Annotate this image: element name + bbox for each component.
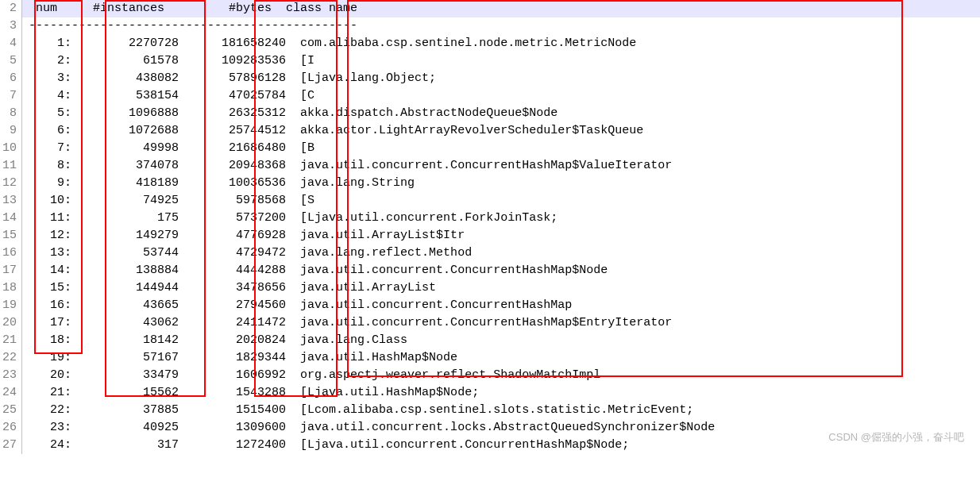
cell-bytes: 109283536 — [179, 54, 286, 67]
table-row: 7: 49998 21686480 [B — [22, 140, 980, 157]
cell-num: 3: — [29, 71, 71, 85]
cell-instances: 74925 — [71, 194, 179, 207]
cell-num: 13: — [29, 246, 71, 260]
code-line: num #instances #bytes class name — [22, 0, 980, 17]
cell-num: 7: — [29, 141, 71, 155]
line-number: 4 — [2, 35, 17, 52]
cell-instances: 374078 — [71, 159, 179, 172]
line-number: 16 — [2, 244, 17, 262]
cell-instances: 43062 — [71, 316, 179, 329]
line-number: 8 — [2, 105, 17, 122]
cell-classname: [Ljava.lang.Object; — [300, 71, 436, 85]
line-number: 21 — [2, 332, 17, 349]
cell-bytes: 47025784 — [179, 89, 286, 102]
table-row: 17: 43062 2411472 java.util.concurrent.C… — [22, 314, 980, 332]
table-row: 10: 74925 5978568 [S — [22, 192, 980, 210]
table-row: 9: 418189 10036536 java.lang.String — [22, 175, 980, 192]
cell-classname: java.util.HashMap$Node — [300, 351, 457, 364]
cell-bytes: 20948368 — [179, 159, 286, 172]
code-editor: 2345678910111213141516171819202122232425… — [0, 0, 980, 454]
cell-num: 16: — [29, 298, 71, 312]
cell-classname: java.lang.Class — [300, 333, 407, 347]
cell-num: 6: — [29, 124, 71, 137]
cell-instances: 49998 — [71, 141, 179, 155]
cell-classname: akka.actor.LightArrayRevolverScheduler$T… — [300, 124, 643, 137]
code-content: num #instances #bytes class name--------… — [22, 0, 980, 454]
table-row: 23: 40925 1309600 java.util.concurrent.l… — [22, 419, 980, 437]
table-row: 8: 374078 20948368 java.util.concurrent.… — [22, 157, 980, 175]
line-number: 15 — [2, 227, 17, 244]
line-number: 20 — [2, 314, 17, 332]
table-row: 13: 53744 4729472 java.lang.reflect.Meth… — [22, 244, 980, 262]
cell-num: 4: — [29, 89, 71, 102]
line-number: 9 — [2, 122, 17, 140]
cell-classname: java.util.ArrayList — [300, 281, 436, 294]
table-row: 20: 33479 1606992 org.aspectj.weaver.ref… — [22, 367, 980, 384]
table-row: 3: 438082 57896128 [Ljava.lang.Object; — [22, 70, 980, 87]
line-number: 3 — [2, 17, 17, 35]
cell-bytes: 1543288 — [179, 386, 286, 399]
cell-num: 22: — [29, 403, 71, 417]
cell-num: 14: — [29, 264, 71, 277]
cell-bytes: 2020824 — [179, 333, 286, 347]
table-row: 16: 43665 2794560 java.util.concurrent.C… — [22, 297, 980, 314]
cell-bytes: 4444288 — [179, 264, 286, 277]
cell-instances: 61578 — [71, 54, 179, 67]
line-number: 22 — [2, 349, 17, 367]
cell-instances: 40925 — [71, 421, 179, 434]
cell-bytes: 1272400 — [179, 438, 286, 452]
cell-classname: java.lang.String — [300, 176, 415, 190]
line-number: 18 — [2, 279, 17, 297]
line-number: 27 — [2, 437, 17, 454]
cell-instances: 15562 — [71, 386, 179, 399]
cell-bytes: 25744512 — [179, 124, 286, 137]
cell-classname: java.util.concurrent.ConcurrentHashMap$N… — [300, 264, 608, 277]
cell-classname: [Lcom.alibaba.csp.sentinel.slots.statist… — [300, 403, 693, 417]
table-row: 1: 2270728 181658240 com.alibaba.csp.sen… — [22, 35, 980, 52]
line-number: 12 — [2, 175, 17, 192]
cell-classname: java.lang.reflect.Method — [300, 246, 472, 260]
cell-classname: java.util.ArrayList$Itr — [300, 229, 465, 242]
table-row: 6: 1072688 25744512 akka.actor.LightArra… — [22, 122, 980, 140]
table-row: 5: 1096888 26325312 akka.dispatch.Abstra… — [22, 105, 980, 122]
table-row: 4: 538154 47025784 [C — [22, 87, 980, 105]
cell-classname: org.aspectj.weaver.reflect.ShadowMatchIm… — [300, 368, 600, 382]
cell-num: 18: — [29, 333, 71, 347]
cell-num: 2: — [29, 54, 71, 67]
cell-instances: 317 — [71, 438, 179, 452]
line-number: 7 — [2, 87, 17, 105]
table-row: 21: 15562 1543288 [Ljava.util.HashMap$No… — [22, 384, 980, 402]
line-number: 14 — [2, 210, 17, 227]
line-number: 24 — [2, 384, 17, 402]
line-number: 6 — [2, 70, 17, 87]
cell-instances: 538154 — [71, 89, 179, 102]
line-number: 26 — [2, 419, 17, 437]
table-row: 18: 18142 2020824 java.lang.Class — [22, 332, 980, 349]
cell-num: 11: — [29, 211, 71, 225]
cell-classname: [I — [300, 54, 314, 67]
cell-instances: 418189 — [71, 176, 179, 190]
cell-classname: java.util.concurrent.ConcurrentHashMap$E… — [300, 316, 672, 329]
cell-num: 19: — [29, 351, 71, 364]
cell-bytes: 2794560 — [179, 298, 286, 312]
cell-num: 17: — [29, 316, 71, 329]
cell-bytes: 181658240 — [179, 37, 286, 50]
cell-instances: 18142 — [71, 333, 179, 347]
cell-num: 5: — [29, 106, 71, 120]
cell-bytes: 1829344 — [179, 351, 286, 364]
cell-instances: 2270728 — [71, 37, 179, 50]
cell-bytes: 4729472 — [179, 246, 286, 260]
cell-instances: 1072688 — [71, 124, 179, 137]
cell-bytes: 21686480 — [179, 141, 286, 155]
cell-classname: java.util.concurrent.ConcurrentHashMap — [300, 298, 572, 312]
cell-instances: 138884 — [71, 264, 179, 277]
code-line: ----------------------------------------… — [22, 17, 980, 35]
cell-bytes: 5737200 — [179, 211, 286, 225]
cell-bytes: 2411472 — [179, 316, 286, 329]
line-number: 23 — [2, 367, 17, 384]
cell-classname: [Ljava.util.concurrent.ConcurrentHashMap… — [300, 438, 629, 452]
cell-instances: 1096888 — [71, 106, 179, 120]
line-number: 5 — [2, 52, 17, 70]
table-row: 12: 149279 4776928 java.util.ArrayList$I… — [22, 227, 980, 244]
line-number: 11 — [2, 157, 17, 175]
